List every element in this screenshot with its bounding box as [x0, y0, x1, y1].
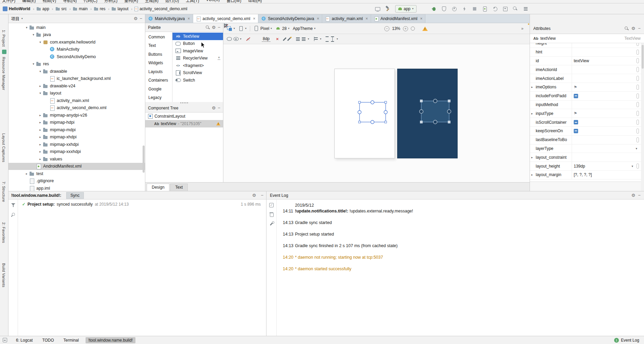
api-selector[interactable]: 28▾ — [275, 26, 289, 31]
event-log-entry[interactable]: 14:11!update.notifications.title!: !upda… — [283, 208, 644, 214]
tree-item[interactable]: ▾▸ mipmap-xxxhdpi — [8, 148, 145, 156]
attribute-value-field[interactable]: ⚑ ▾ — [572, 83, 635, 91]
hammer-icon[interactable] — [385, 6, 391, 12]
tree-twisty-icon[interactable]: ▾▸ — [38, 135, 43, 139]
clear-constraints-icon[interactable]: × ▾ — [275, 36, 280, 42]
flag-icon[interactable]: ⚑ — [574, 111, 577, 116]
tree-item[interactable]: ▾▸ test — [8, 170, 145, 177]
theme-selector[interactable]: AppTheme▾ — [293, 26, 315, 31]
menu-icon[interactable] — [522, 6, 529, 12]
palette-category[interactable]: Text — [145, 41, 172, 50]
checkbox[interactable] — [574, 120, 578, 124]
tree-twisty-icon[interactable]: ▾▸ — [38, 150, 43, 153]
dropdown-arrow-icon[interactable]: ▾ — [636, 147, 637, 150]
resource-picker-button[interactable] — [637, 85, 639, 90]
resource-picker-button[interactable] — [637, 67, 639, 72]
eye-icon[interactable]: ▾ — [227, 36, 241, 42]
tree-twisty-icon[interactable]: ▾▸ — [38, 143, 43, 146]
debug-icon[interactable] — [431, 6, 437, 12]
magnet-off-icon[interactable]: ∩ ▾ — [245, 36, 251, 42]
tree-item[interactable]: ▾▸ SecondActivityDemo — [8, 53, 145, 61]
component-tree-item[interactable]: Ab textView - "20175105" — [145, 120, 223, 127]
close-icon[interactable]: × — [187, 16, 190, 21]
tree-item[interactable]: ▾▸ main — [8, 24, 145, 31]
lint-warning-icon[interactable] — [422, 27, 428, 31]
component-tree-root[interactable]: ConstraintLayout — [145, 113, 223, 120]
resource-picker-button[interactable] — [637, 164, 639, 169]
toolbar-overflow-icon[interactable]: » — [521, 26, 523, 31]
close-icon[interactable]: × — [420, 16, 422, 21]
status-bar-right[interactable]: 1 Event Log — [614, 338, 641, 343]
gear-icon[interactable]: ⚙ — [212, 25, 216, 30]
menu-item[interactable]: 分析(Z) — [104, 0, 117, 3]
tree-twisty-icon[interactable]: ▾▸ — [38, 84, 43, 88]
menu-item[interactable]: 导航(N) — [63, 0, 77, 3]
run-configuration-selector[interactable]: app ▾ — [395, 5, 417, 13]
tree-item[interactable]: ▾▸ drawable-v24 — [8, 82, 145, 90]
design-view-canvas[interactable] — [334, 69, 395, 158]
attribute-row[interactable]: ▸ id ⚑ textView ▾ — [530, 57, 641, 66]
tree-item[interactable]: ▾▸ .gitignore — [8, 177, 145, 185]
resource-picker-button[interactable] — [637, 111, 639, 116]
mark-read-icon[interactable]: ✓ — [269, 203, 274, 207]
editor-tab[interactable]: activity_main.xml × — [322, 14, 371, 23]
attribute-value-field[interactable]: ⚑ ▾ — [572, 92, 635, 100]
gear-icon[interactable]: ⚙ — [631, 26, 636, 31]
gear-icon[interactable]: ⚙ — [212, 106, 216, 110]
expand-arrow-icon[interactable]: ▸ — [531, 85, 536, 89]
selected-widget-blueprint[interactable] — [398, 69, 458, 159]
attribute-row[interactable]: ▸ inputType ⚑ ▾ — [530, 109, 641, 118]
status-bar-tool-button[interactable]: 6: Logcat — [13, 337, 35, 343]
menu-item[interactable]: VCS(S) — [206, 0, 220, 3]
scrollbar[interactable] — [642, 45, 644, 69]
sync-project-icon[interactable] — [492, 6, 498, 12]
resource-picker-button[interactable] — [637, 128, 639, 134]
tree-twisty-icon[interactable]: ▾▸ — [24, 172, 29, 175]
tree-twisty-icon[interactable]: ▾▸ — [38, 70, 43, 73]
tool-button-favorites[interactable]: 2: Favorites — [2, 222, 6, 243]
tree-twisty-icon[interactable]: ▾▸ — [38, 157, 43, 161]
tree-twisty-icon[interactable]: ▾▸ — [24, 26, 29, 29]
menu-item[interactable]: 帮助(H) — [248, 0, 262, 3]
tool-button-layout-captures[interactable]: Layout Captures — [2, 133, 6, 162]
close-icon[interactable]: × — [366, 16, 368, 21]
palette-item[interactable]: Switch ▼ — [172, 76, 223, 84]
resource-picker-button[interactable] — [637, 43, 639, 46]
blueprint-view-canvas[interactable] — [397, 69, 458, 158]
tree-item[interactable]: ▾▸ mipmap-mdpi — [8, 126, 145, 134]
tree-item[interactable]: ▾▸ AndroidManifest.xml — [8, 163, 145, 170]
event-log-entry[interactable]: 14:13Gradle sync finished in 2 s 107 ms … — [283, 243, 644, 249]
status-bar-tool-button[interactable]: Terminal — [61, 337, 81, 343]
attribute-value-field[interactable]: ⚑ 139dp ▾ — [572, 162, 635, 170]
editor-tab[interactable]: AndroidManifest.xml × — [371, 14, 426, 23]
search-icon[interactable] — [512, 6, 518, 12]
gear-icon[interactable]: ⚙ — [134, 16, 138, 21]
device-selector[interactable]: Pixel▾ — [254, 26, 272, 31]
palette-item[interactable]: <fragment> ▼ — [172, 62, 223, 69]
checkbox[interactable] — [574, 94, 578, 98]
close-icon[interactable]: × — [253, 16, 255, 21]
tree-item[interactable]: ▾▸ app.iml — [8, 185, 145, 191]
menu-item[interactable]: 视图(V) — [42, 0, 56, 3]
selected-widget-design[interactable] — [335, 69, 395, 159]
editor-tab[interactable]: MainActivity.java × — [145, 14, 193, 23]
resource-picker-button[interactable] — [637, 137, 639, 142]
hide-panel-icon[interactable]: − — [261, 193, 263, 197]
attribute-row[interactable]: ▸ height ⚑ ▾ — [530, 43, 641, 48]
flag-icon[interactable]: ⚑ — [574, 85, 577, 89]
breadcrumb-item[interactable]: main › — [73, 6, 93, 11]
palette-item[interactable]: TextView ▼ — [172, 33, 223, 40]
breadcrumb-item[interactable]: app › — [36, 6, 55, 11]
event-log-entry[interactable]: 14:20* daemon started successfully — [283, 266, 644, 272]
hide-panel-icon[interactable]: − — [218, 106, 220, 110]
attribute-value-field[interactable]: ⚑ ▾ — [572, 109, 635, 118]
menu-item[interactable]: 工具(T) — [186, 0, 199, 3]
status-bar-tool-button[interactable]: !tool.window.name.build! — [86, 337, 135, 343]
menu-item[interactable]: 运行(U) — [165, 0, 179, 3]
status-bar-tool-button[interactable]: TODO — [39, 337, 56, 343]
build-title[interactable]: !tool.window.name.build!: — [11, 193, 61, 198]
palette-category[interactable]: Buttons — [145, 50, 172, 59]
menu-item[interactable]: 代码(C) — [84, 0, 97, 3]
menu-item[interactable]: 生成(B) — [145, 0, 159, 3]
build-status-row[interactable]: ✓ Project setup: synced successfully at … — [22, 202, 262, 207]
